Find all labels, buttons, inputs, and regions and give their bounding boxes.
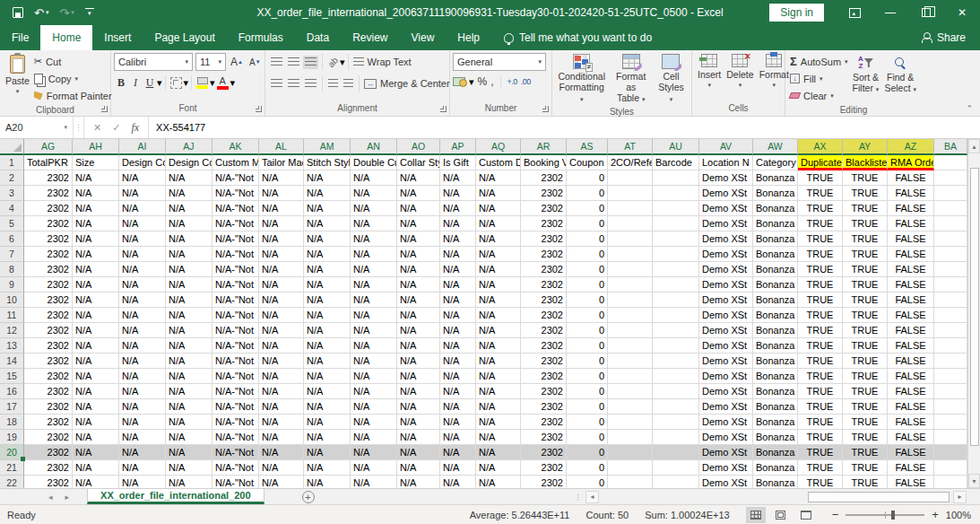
cell-AH13[interactable]: N/A xyxy=(73,338,119,354)
cell-AY12[interactable]: TRUE xyxy=(843,323,888,338)
cell-AK21[interactable]: N/A-"Not xyxy=(212,460,259,476)
cell-AM2[interactable]: N/A xyxy=(304,170,351,186)
scroll-up-icon[interactable]: ▴ xyxy=(968,139,980,153)
cell-AW21[interactable]: Bonanza S xyxy=(753,460,798,476)
cell-BA17[interactable] xyxy=(934,399,967,415)
cell-AP16[interactable]: N/A xyxy=(440,384,476,399)
cell-AU4[interactable] xyxy=(653,201,699,216)
cell-AP3[interactable]: N/A xyxy=(440,186,476,201)
cell-AY16[interactable]: TRUE xyxy=(843,384,888,399)
cell-AK5[interactable]: N/A-"Not xyxy=(212,216,259,231)
cell-AI19[interactable]: N/A xyxy=(119,430,166,445)
cell-AL2[interactable]: N/A xyxy=(259,170,304,186)
cell-AH2[interactable]: N/A xyxy=(73,170,119,186)
cell-AQ17[interactable]: N/A xyxy=(476,399,521,415)
row-header-16[interactable]: 16 xyxy=(0,384,24,399)
cell-AS1[interactable]: Coupon C xyxy=(567,155,608,170)
cell-AS14[interactable]: 0 xyxy=(567,354,608,369)
cell-AI1[interactable]: Design Co xyxy=(119,155,166,170)
cell-AG14[interactable]: 2302 xyxy=(24,354,73,369)
cell-AZ3[interactable]: FALSE xyxy=(888,186,934,201)
cell-AR13[interactable]: 2302 xyxy=(521,338,567,354)
row-header-2[interactable]: 2 xyxy=(0,170,24,186)
cell-AW14[interactable]: Bonanza S xyxy=(753,354,798,369)
cell-AZ4[interactable]: FALSE xyxy=(888,201,934,216)
cell-AG9[interactable]: 2302 xyxy=(24,277,73,293)
cell-AQ7[interactable]: N/A xyxy=(476,247,521,262)
cell-AI8[interactable]: N/A xyxy=(119,262,166,277)
cell-AO15[interactable]: N/A xyxy=(397,369,440,384)
accounting-format-icon[interactable] xyxy=(453,77,465,86)
cell-AZ17[interactable]: FALSE xyxy=(888,399,934,415)
cell-AP9[interactable]: N/A xyxy=(440,277,476,293)
cell-AH15[interactable]: N/A xyxy=(73,369,119,384)
zoom-out-button[interactable]: − xyxy=(832,508,839,521)
cell-AP10[interactable]: N/A xyxy=(440,293,476,308)
save-button[interactable] xyxy=(13,7,23,18)
cell-AU12[interactable] xyxy=(653,323,699,338)
cell-AH11[interactable]: N/A xyxy=(73,308,119,323)
cell-AN1[interactable]: Double Cu xyxy=(351,155,397,170)
cell-AU6[interactable] xyxy=(653,231,699,247)
cell-AQ5[interactable]: N/A xyxy=(476,216,521,231)
cell-AW13[interactable]: Bonanza S xyxy=(753,338,798,354)
cell-AY8[interactable]: TRUE xyxy=(843,262,888,277)
cell-AI11[interactable]: N/A xyxy=(119,308,166,323)
customize-qat-button[interactable]: ▾ xyxy=(85,8,94,17)
cell-AJ2[interactable]: N/A xyxy=(166,170,212,186)
cell-AO20[interactable]: N/A xyxy=(397,445,440,460)
cell-AH7[interactable]: N/A xyxy=(73,247,119,262)
select-all-button[interactable] xyxy=(0,139,24,155)
cell-AO21[interactable]: N/A xyxy=(397,460,440,476)
redo-button[interactable]: ↷▾ xyxy=(59,6,74,20)
cell-AK17[interactable]: N/A-"Not xyxy=(212,399,259,415)
alignment-dialog-launcher[interactable] xyxy=(440,106,447,112)
zoom-in-button[interactable]: + xyxy=(932,508,939,521)
cell-AH22[interactable]: N/A xyxy=(73,476,119,488)
cell-AL13[interactable]: N/A xyxy=(259,338,304,354)
cell-AG20[interactable]: 2302 xyxy=(24,445,73,460)
cell-AU7[interactable] xyxy=(653,247,699,262)
fill-handle[interactable] xyxy=(21,457,25,461)
cell-BA3[interactable] xyxy=(934,186,967,201)
font-family-select[interactable]: Calibri▾ xyxy=(114,53,193,71)
cell-AJ20[interactable]: N/A xyxy=(166,445,212,460)
cell-AX17[interactable]: TRUE xyxy=(798,399,843,415)
row-header-19[interactable]: 19 xyxy=(0,430,24,445)
cell-AZ2[interactable]: FALSE xyxy=(888,170,934,186)
cell-AU10[interactable] xyxy=(653,293,699,308)
cell-AP20[interactable]: N/A xyxy=(440,445,476,460)
row-header-3[interactable]: 3 xyxy=(0,186,24,201)
cell-AJ13[interactable]: N/A xyxy=(166,338,212,354)
cell-BA12[interactable] xyxy=(934,323,967,338)
cell-AK13[interactable]: N/A-"Not xyxy=(212,338,259,354)
cell-AP21[interactable]: N/A xyxy=(440,460,476,476)
cell-AK22[interactable]: N/A-"Not xyxy=(212,476,259,488)
row-header-13[interactable]: 13 xyxy=(0,338,24,354)
cell-AU5[interactable] xyxy=(653,216,699,231)
cell-AG15[interactable]: 2302 xyxy=(24,369,73,384)
column-header-AO[interactable]: AO xyxy=(397,139,440,155)
column-header-AI[interactable]: AI xyxy=(119,139,166,155)
cell-AZ20[interactable]: FALSE xyxy=(888,445,934,460)
cell-AV13[interactable]: Demo XSt xyxy=(699,338,753,354)
cell-AS19[interactable]: 0 xyxy=(567,430,608,445)
column-header-AV[interactable]: AV xyxy=(699,139,753,155)
zoom-slider-thumb[interactable] xyxy=(891,511,895,520)
cell-AN19[interactable]: N/A xyxy=(351,430,397,445)
cell-AX2[interactable]: TRUE xyxy=(798,170,843,186)
cell-AO13[interactable]: N/A xyxy=(397,338,440,354)
cell-AU19[interactable] xyxy=(653,430,699,445)
cell-AJ19[interactable]: N/A xyxy=(166,430,212,445)
cell-AT8[interactable] xyxy=(608,262,653,277)
cell-AI2[interactable]: N/A xyxy=(119,170,166,186)
cell-BA9[interactable] xyxy=(934,277,967,293)
font-size-select[interactable]: 11▾ xyxy=(195,53,226,71)
cell-AP17[interactable]: N/A xyxy=(440,399,476,415)
cell-AM13[interactable]: N/A xyxy=(304,338,351,354)
cell-AK6[interactable]: N/A-"Not xyxy=(212,231,259,247)
cell-AW17[interactable]: Bonanza S xyxy=(753,399,798,415)
align-top-icon[interactable] xyxy=(271,57,282,67)
cell-AR4[interactable]: 2302 xyxy=(521,201,567,216)
cell-styles-button[interactable]: Cell Styles ▾ xyxy=(654,53,689,106)
